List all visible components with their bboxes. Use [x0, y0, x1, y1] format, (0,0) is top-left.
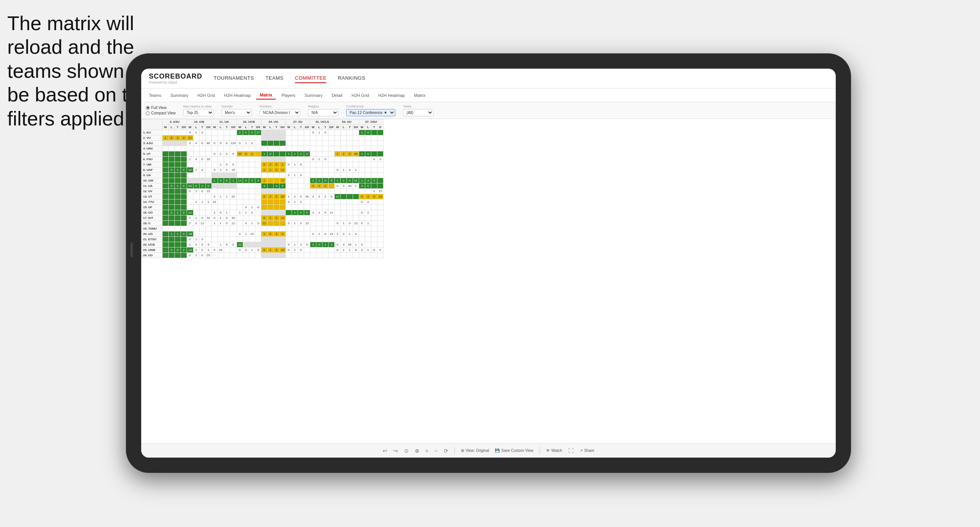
matrix-cell	[181, 194, 187, 199]
matrix-cell	[340, 215, 347, 221]
matrix-cell: 1	[218, 162, 224, 167]
nav-committee[interactable]: COMMITTEE	[295, 74, 327, 83]
region-filter: Region N/A East West	[308, 104, 338, 116]
matrix-cell: 3	[310, 242, 316, 247]
matrix-cell	[211, 135, 218, 141]
matrix-cell: 0	[347, 221, 353, 226]
zoom-out-icon[interactable]: −	[435, 448, 438, 454]
division-select[interactable]: NCAA Division I NCAA Division II NCAA Di…	[260, 109, 300, 116]
matrix-cell: 2	[205, 247, 211, 253]
refresh-icon[interactable]: ⟳	[444, 448, 448, 454]
matrix-cell	[359, 157, 365, 162]
full-view-radio[interactable]: Full View	[146, 106, 176, 110]
table-row: 14. TTU2112201002	[142, 199, 384, 205]
team-select[interactable]: (All)	[403, 109, 434, 116]
conference-select[interactable]: Pac-12 Conference ▼ (All)	[346, 109, 395, 116]
matrix-cell	[322, 253, 328, 258]
matrix-cell	[199, 194, 205, 199]
matrix-cell: 0	[365, 183, 371, 189]
bottom-toolbar: ↩ ↪ ⊙ ⊕ + − ⟳ ⊞ View: Original 💾 Save Cu…	[141, 443, 836, 458]
zoom-fit-icon[interactable]: ⊕	[415, 448, 419, 454]
division-label: Division	[260, 104, 300, 108]
matrix-cell	[359, 162, 365, 167]
sub-tab-h2hheatmap-2[interactable]: H2H Heatmap	[374, 92, 409, 99]
matrix-cell: 0	[334, 221, 340, 226]
matrix-cell	[377, 167, 383, 173]
sub-tab-players[interactable]: Players	[277, 92, 299, 99]
matrix-cell	[255, 242, 261, 247]
matrix-cell: 0	[243, 221, 249, 226]
zoom-in-icon[interactable]: +	[426, 448, 429, 454]
watch-btn[interactable]: 👁 Watch	[546, 448, 562, 453]
gender-select[interactable]: Men's Women's	[221, 109, 252, 116]
matrix-cell	[359, 141, 365, 146]
sub-tab-h2hheatmap-1[interactable]: H2H Heatmap	[220, 92, 255, 99]
reset-icon[interactable]: ⊙	[404, 448, 409, 454]
redo-icon[interactable]: ↪	[393, 448, 398, 454]
matrix-cell	[340, 162, 347, 167]
matrix-cell	[193, 226, 199, 231]
app-header: SCOREBOARD Powered by clippd TOURNAMENTS…	[141, 69, 836, 88]
matrix-cell: 0	[193, 183, 199, 189]
nav-teams[interactable]: TEAMS	[266, 74, 284, 83]
matrix-cell	[377, 226, 383, 231]
matrix-cell	[347, 157, 353, 162]
share-btn[interactable]: ↗ Share	[580, 448, 595, 453]
matrix-cell: 0	[285, 162, 292, 167]
matrix-cell: 0	[298, 162, 304, 167]
nav-rankings[interactable]: RANKINGS	[338, 74, 365, 83]
logo-area: SCOREBOARD Powered by clippd	[149, 72, 202, 84]
matrix-cell: 2	[267, 162, 273, 167]
sub-header-ua-l: L	[218, 125, 224, 130]
matrix-cell	[163, 146, 169, 151]
tablet-screen: SCOREBOARD Powered by clippd TOURNAMENTS…	[141, 69, 836, 458]
matrix-cell: 80	[205, 141, 211, 146]
undo-icon[interactable]: ↩	[383, 448, 387, 454]
matrix-cell: 2	[365, 194, 371, 199]
matrix-cell	[249, 253, 255, 258]
matrix-cell	[169, 226, 175, 231]
sub-tab-summary-2[interactable]: Summary	[301, 92, 326, 99]
save-custom-btn[interactable]: 💾 Save Custom View	[495, 448, 533, 453]
matrix-cell	[371, 146, 377, 151]
matrix-cell	[365, 226, 371, 231]
matrix-wrapper[interactable]: 3. ASU 10. UW 11. UA 22. UCB 24. UO 27. …	[141, 119, 836, 443]
matrix-cell: 3	[218, 178, 224, 183]
matrix-cell	[169, 157, 175, 162]
view-original-btn[interactable]: ⊞ View: Original	[461, 448, 489, 453]
matrix-cell: 0	[211, 247, 218, 253]
matrix-cell	[353, 141, 359, 146]
matrix-cell	[347, 135, 353, 141]
sub-tab-detail[interactable]: Detail	[328, 92, 346, 99]
matrix-cell	[175, 215, 181, 221]
sub-tab-matrix-2[interactable]: Matrix	[410, 92, 429, 99]
matrix-cell: 1	[267, 167, 273, 173]
matrix-cell	[334, 130, 340, 135]
matrix-cell: 1	[261, 167, 267, 173]
matrix-cell	[193, 178, 199, 183]
sub-tab-summary-1[interactable]: Summary	[166, 92, 192, 99]
row-label-9: 10. UW	[142, 178, 163, 183]
matrix-cell: 0	[187, 141, 193, 146]
matrix-cell	[243, 194, 249, 199]
matrix-cell: 0	[211, 141, 218, 146]
sub-tab-h2hgrid-2[interactable]: H2H Grid	[348, 92, 373, 99]
row-label-19: 20. UG	[142, 231, 163, 237]
sub-tab-h2hgrid-1[interactable]: H2H Grid	[193, 92, 219, 99]
matrix-cell: 1	[193, 237, 199, 242]
max-teams-select[interactable]: Top 25 Top 50 All	[183, 109, 214, 116]
matrix-cell	[169, 253, 175, 258]
matrix-cell	[328, 141, 334, 146]
matrix-cell	[285, 210, 292, 215]
matrix-cell	[310, 215, 316, 221]
sub-tab-matrix-1[interactable]: Matrix	[256, 91, 276, 100]
matrix-cell: 1	[340, 151, 347, 157]
matrix-cell: 0	[285, 242, 292, 247]
matrix-cell	[328, 135, 334, 141]
compact-view-radio[interactable]: Compact View	[146, 111, 176, 115]
nav-tournaments[interactable]: TOURNAMENTS	[214, 74, 254, 83]
expand-icon[interactable]: ⛶	[568, 448, 574, 454]
matrix-cell	[347, 146, 353, 151]
sub-tab-teams[interactable]: Teams	[145, 92, 165, 99]
region-select[interactable]: N/A East West	[308, 109, 338, 116]
